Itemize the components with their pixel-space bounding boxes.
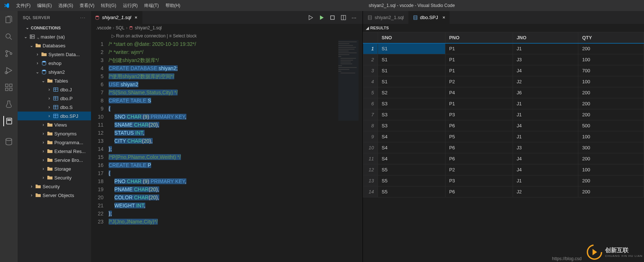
menu-item[interactable]: 文件(F) <box>13 1 33 10</box>
table-row[interactable]: 6S3P1J1200 <box>363 98 644 109</box>
code-line[interactable]: CREATE TABLE P <box>109 161 363 169</box>
code-line[interactable]: COLOR CHAR(20), <box>109 193 363 201</box>
tree-item[interactable]: ⌄., master (sa) <box>18 32 91 41</box>
menu-item[interactable]: 帮助(H) <box>163 1 183 10</box>
column-header[interactable]: SNO <box>378 32 445 43</box>
results-header[interactable]: ◢ RESULTS <box>363 24 644 32</box>
code-line[interactable]: /*S(Sno,SName,Status,City) */ <box>109 88 363 97</box>
table-row[interactable]: 1S1P1J1200 <box>363 43 644 54</box>
code-line[interactable]: STATUS INT, <box>109 129 363 137</box>
results-tab[interactable]: dbo.SPJ× <box>408 11 450 24</box>
code-line[interactable]: /*使用shiyan2数据库的空间*/ <box>109 72 363 80</box>
run-icon[interactable] <box>319 15 324 21</box>
code-line[interactable]: WEIGHT INT, <box>109 201 363 210</box>
svg-rect-37 <box>341 60 353 61</box>
table-row[interactable]: 10S4P6J3300 <box>363 142 644 153</box>
tree-item[interactable]: ›dbo.S <box>18 103 91 112</box>
tree-item[interactable]: ›Security <box>18 182 91 191</box>
code-line[interactable]: ( <box>109 169 363 177</box>
code-line[interactable]: USE shiyan2 <box>109 80 363 88</box>
run-debug-icon[interactable] <box>4 65 14 76</box>
tree-item[interactable]: ›Storage <box>18 164 91 173</box>
code-line[interactable]: CREATE DATABASE shiyan2; <box>109 64 363 72</box>
menu-item[interactable]: 选择(S) <box>55 1 76 10</box>
tree-item[interactable]: ›dbo.SPJ <box>18 112 91 120</box>
tree-item[interactable]: ›Service Bro... <box>18 156 91 164</box>
extensions-icon[interactable] <box>4 82 14 92</box>
menu-item[interactable]: 查看(V) <box>77 1 97 10</box>
code-line[interactable]: /*P(Pno,PName,Color,Weitht) */ <box>109 153 363 161</box>
tree-item[interactable]: ›System Data... <box>18 50 91 59</box>
split-editor-icon[interactable] <box>341 15 346 21</box>
tree-item[interactable]: ⌄Tables <box>18 76 91 85</box>
code-line[interactable]: ); <box>109 145 363 153</box>
minimap[interactable] <box>337 40 363 262</box>
table-row[interactable]: 7S3P3J1200 <box>363 109 644 120</box>
table-row[interactable]: 14S5P6J2200 <box>363 186 644 197</box>
table-row[interactable]: 9S4P5J1100 <box>363 131 644 142</box>
tree-item[interactable]: ›Programma... <box>18 138 91 147</box>
code-line[interactable]: PNAME CHAR(20), <box>109 185 363 193</box>
column-header[interactable]: PNO <box>445 32 513 43</box>
results-tab[interactable]: shiyan2_1.sql <box>363 11 408 24</box>
svg-point-14 <box>31 35 31 36</box>
source-control-icon[interactable] <box>4 48 14 59</box>
close-tab-icon[interactable]: × <box>134 15 139 20</box>
code-line[interactable]: CREATE TABLE S <box>109 97 363 105</box>
code-line[interactable]: PNO CHAR (9) PRIMARY KEY, <box>109 177 363 185</box>
tree-item[interactable]: ›External Res... <box>18 147 91 156</box>
code-line[interactable]: ); <box>109 210 363 218</box>
code-line[interactable]: CITY CHAR(20), <box>109 137 363 145</box>
tree-item[interactable]: ⌄shiyan2 <box>18 68 91 76</box>
table-row[interactable]: 3S1P1J4700 <box>363 65 644 76</box>
results-grid[interactable]: SNOPNOJNOQTY1S1P1J12002S1P1J31003S1P1J47… <box>363 32 644 262</box>
code-line[interactable]: /*J(Jno,JName,City)*/ <box>109 218 363 226</box>
tree-item[interactable]: ›Views <box>18 120 91 129</box>
code-line[interactable]: /*创建shiyan2数据库*/ <box>109 56 363 64</box>
breadcrumb[interactable]: .vscode› SQL› shiyan2_1.sql <box>91 24 363 32</box>
table-row[interactable]: 13S5P3J1200 <box>363 175 644 186</box>
menu-item[interactable]: 终端(T) <box>141 1 161 10</box>
table-row[interactable]: 12S5P2J4100 <box>363 164 644 175</box>
connections-section[interactable]: ⌄CONNECTIONS <box>18 24 91 32</box>
more-actions-icon[interactable]: ··· <box>352 15 357 21</box>
tree-item[interactable]: ›dbo.P <box>18 94 91 103</box>
run-empty-icon[interactable] <box>308 15 313 21</box>
code-line[interactable]: SNAME CHAR(20), <box>109 121 363 129</box>
stop-icon[interactable] <box>330 15 335 21</box>
tree-item[interactable]: ›Security <box>18 173 91 182</box>
tree-item[interactable]: ⌄Databases <box>18 41 91 50</box>
testing-icon[interactable] <box>4 99 14 109</box>
table-row[interactable]: 11S4P6J4200 <box>363 153 644 164</box>
table-row[interactable]: 5S2P4J6200 <box>363 87 644 98</box>
code-line[interactable]: /* *start on @date: 2020-10-10 19:32*/ <box>109 40 363 48</box>
menu-item[interactable]: 转到(G) <box>98 1 119 10</box>
tree-item[interactable]: ›dbo.J <box>18 85 91 94</box>
svg-rect-10 <box>8 120 11 120</box>
column-header[interactable]: QTY <box>578 32 644 43</box>
sql-server-activity-icon[interactable] <box>3 116 14 126</box>
table-row[interactable]: 8S3P6J4500 <box>363 120 644 131</box>
menu-item[interactable]: 编辑(E) <box>34 1 55 10</box>
code-editor[interactable]: 1234567891011121314151617181920212223 /*… <box>91 40 363 262</box>
code-line[interactable]: /* *writer: wjm*/ <box>109 48 363 56</box>
column-header[interactable]: JNO <box>513 32 578 43</box>
svg-rect-33 <box>338 52 357 53</box>
tree-item[interactable]: ›Synonyms <box>18 129 91 138</box>
explorer-icon[interactable] <box>4 15 14 25</box>
tree-item[interactable]: ›eshop <box>18 59 91 68</box>
code-line[interactable]: SNO CHAR (9) PRIMARY KEY, <box>109 113 363 121</box>
database-activity-icon[interactable] <box>4 137 14 147</box>
tree-item[interactable]: ›Server Objects <box>18 191 91 200</box>
table-row[interactable]: 2S1P1J3100 <box>363 54 644 65</box>
code-line[interactable]: ( <box>109 105 363 113</box>
table-row[interactable]: 4S1P2J2100 <box>363 76 644 87</box>
search-icon[interactable] <box>4 32 14 42</box>
menu-item[interactable]: 运行(R) <box>120 1 141 10</box>
more-icon[interactable]: ··· <box>80 15 86 20</box>
database-icon <box>95 15 100 20</box>
code-lens[interactable]: ▷ Run on active connection | ≡ Select bl… <box>91 32 363 40</box>
menu-bar: 文件(F)编辑(E)选择(S)查看(V)转到(G)运行(R)终端(T)帮助(H) <box>13 1 183 10</box>
tab-shiyan2-1-sql[interactable]: shiyan2_1.sql × <box>91 11 142 24</box>
svg-point-22 <box>96 15 99 17</box>
